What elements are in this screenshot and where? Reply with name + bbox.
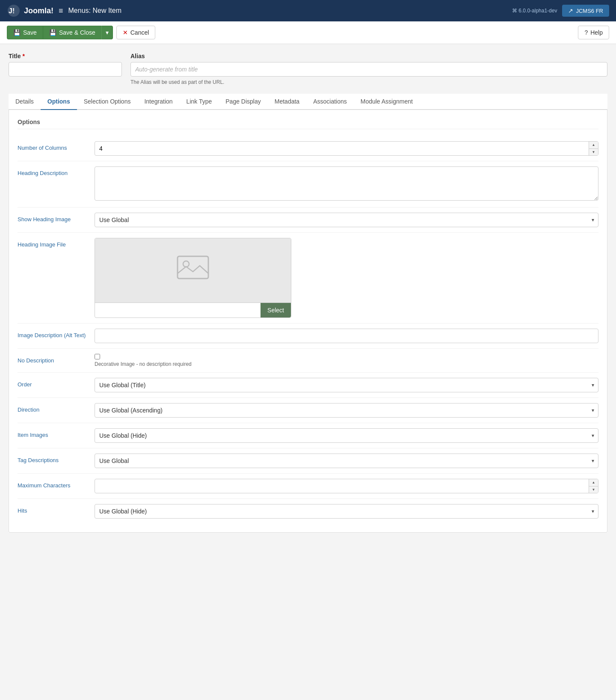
tag-descriptions-select[interactable]: Use Global Show Hide — [95, 454, 598, 468]
row-show-heading-image: Show Heading Image Use Global Show Hide … — [18, 208, 598, 233]
tab-metadata[interactable]: Metadata — [268, 94, 306, 110]
no-description-checkbox[interactable] — [95, 354, 100, 359]
joomla-logo: J! Joomla! — [7, 4, 53, 18]
chevron-down-icon: ▾ — [106, 29, 109, 36]
external-icon: ↗ — [568, 7, 573, 14]
max-chars-input[interactable] — [95, 479, 598, 493]
image-preview — [95, 238, 291, 303]
save-label: Save — [23, 29, 37, 36]
save-close-button[interactable]: 💾 Save & Close — [43, 26, 101, 39]
save-close-icon: 💾 — [49, 29, 56, 36]
tab-options[interactable]: Options — [41, 94, 77, 110]
toolbar: 💾 Save 💾 Save & Close ▾ ✕ Cancel ? Help — [0, 21, 616, 44]
options-panel: Options Number of Columns ▲ ▼ Heading De — [9, 110, 607, 533]
hits-wrapper: Use Global (Hide) Show Hide ▾ — [95, 504, 598, 519]
label-num-columns: Number of Columns — [18, 141, 86, 151]
options-legend: Options — [18, 119, 598, 129]
hits-select[interactable]: Use Global (Hide) Show Hide — [95, 504, 598, 519]
item-images-select[interactable]: Use Global (Hide) Show Hide — [95, 428, 598, 443]
control-item-images: Use Global (Hide) Show Hide ▾ — [95, 428, 598, 443]
spinner-up[interactable]: ▲ — [589, 479, 598, 486]
joomla-text: Joomla! — [24, 6, 53, 15]
tab-link-type[interactable]: Link Type — [180, 94, 219, 110]
toolbar-right: ? Help — [578, 26, 609, 39]
show-heading-image-wrapper: Use Global Show Hide ▾ — [95, 213, 598, 227]
jcms-button[interactable]: ↗ JCMS6 FR — [562, 5, 609, 17]
save-button[interactable]: 💾 Save — [7, 26, 43, 39]
cancel-icon: ✕ — [123, 29, 128, 36]
row-no-description: No Description Decorative Image - no des… — [18, 349, 598, 373]
navbar: J! Joomla! ≡ Menus: New Item ⌘ 6.0.0-alp… — [0, 0, 616, 21]
tab-integration[interactable]: Integration — [137, 94, 179, 110]
content: Title * Alias The Alias will be used as … — [0, 44, 616, 541]
tab-associations[interactable]: Associations — [306, 94, 354, 110]
image-description-input[interactable] — [95, 329, 598, 343]
cancel-button[interactable]: ✕ Cancel — [116, 26, 156, 39]
direction-wrapper: Use Global (Ascending) Ascending Descend… — [95, 403, 598, 418]
order-select[interactable]: Use Global (Title) Title Date — [95, 378, 598, 392]
cancel-label: Cancel — [130, 29, 149, 36]
image-footer: Select — [95, 303, 291, 317]
image-upload-area: Select — [95, 238, 291, 318]
control-num-columns: ▲ ▼ — [95, 141, 598, 156]
control-heading-description — [95, 166, 598, 202]
control-order: Use Global (Title) Title Date ▾ — [95, 378, 598, 392]
label-no-description: No Description — [18, 354, 86, 364]
title-label: Title * — [9, 53, 122, 59]
save-group: 💾 Save 💾 Save & Close ▾ — [7, 26, 113, 39]
row-heading-description: Heading Description — [18, 161, 598, 208]
spinner-up[interactable]: ▲ — [589, 142, 598, 149]
control-direction: Use Global (Ascending) Ascending Descend… — [95, 403, 598, 418]
num-columns-input[interactable] — [95, 141, 598, 156]
alias-input[interactable] — [130, 62, 607, 77]
row-order: Order Use Global (Title) Title Date ▾ — [18, 373, 598, 398]
title-input[interactable] — [9, 62, 122, 77]
jcms-label: JCMS6 FR — [576, 8, 603, 14]
navbar-menu-icon[interactable]: ≡ — [59, 6, 63, 15]
help-button[interactable]: ? Help — [578, 26, 609, 39]
save-close-label: Save & Close — [59, 29, 95, 36]
no-description-hint: Decorative Image - no description requir… — [95, 361, 598, 367]
heading-description-textarea[interactable] — [95, 166, 598, 201]
tab-details[interactable]: Details — [9, 94, 41, 110]
title-label-text: Title — [9, 53, 21, 59]
title-alias-row: Title * Alias The Alias will be used as … — [9, 53, 607, 85]
row-item-images: Item Images Use Global (Hide) Show Hide … — [18, 423, 598, 448]
show-heading-image-select[interactable]: Use Global Show Hide — [95, 213, 598, 227]
row-hits: Hits Use Global (Hide) Show Hide ▾ — [18, 499, 598, 524]
select-image-button[interactable]: Select — [261, 303, 291, 317]
tab-selection-options[interactable]: Selection Options — [77, 94, 138, 110]
label-image-description: Image Description (Alt Text) — [18, 329, 86, 338]
label-item-images: Item Images — [18, 428, 86, 438]
row-heading-image-file: Heading Image File — [18, 233, 598, 323]
save-icon: 💾 — [13, 29, 21, 36]
label-heading-description: Heading Description — [18, 166, 86, 176]
row-num-columns: Number of Columns ▲ ▼ — [18, 136, 598, 161]
spinner-down[interactable]: ▼ — [589, 486, 598, 493]
save-dropdown-button[interactable]: ▾ — [101, 26, 113, 39]
row-direction: Direction Use Global (Ascending) Ascendi… — [18, 398, 598, 423]
tabs-container: Details Options Selection Options Integr… — [9, 94, 607, 533]
max-chars-wrapper: ▲ ▼ — [95, 479, 598, 493]
order-wrapper: Use Global (Title) Title Date ▾ — [95, 378, 598, 392]
image-path-input[interactable] — [95, 304, 261, 317]
label-order: Order — [18, 378, 86, 388]
row-maximum-characters: Maximum Characters ▲ ▼ — [18, 474, 598, 499]
help-label: Help — [590, 29, 603, 36]
label-hits: Hits — [18, 504, 86, 514]
tab-page-display[interactable]: Page Display — [219, 94, 268, 110]
control-tag-descriptions: Use Global Show Hide ▾ — [95, 454, 598, 468]
control-heading-image-file: Select — [95, 238, 598, 318]
item-images-wrapper: Use Global (Hide) Show Hide ▾ — [95, 428, 598, 443]
alias-hint: The Alias will be used as part of the UR… — [130, 79, 607, 85]
tab-module-assignment[interactable]: Module Assignment — [354, 94, 420, 110]
max-chars-spinners: ▲ ▼ — [589, 479, 598, 493]
control-maximum-characters: ▲ ▼ — [95, 479, 598, 493]
direction-select[interactable]: Use Global (Ascending) Ascending Descend… — [95, 403, 598, 418]
label-tag-descriptions: Tag Descriptions — [18, 454, 86, 463]
control-no-description: Decorative Image - no description requir… — [95, 354, 598, 367]
navbar-version: ⌘ 6.0.0-alpha1-dev — [512, 8, 557, 14]
number-columns-wrapper: ▲ ▼ — [95, 141, 598, 156]
spinner-down[interactable]: ▼ — [589, 149, 598, 156]
title-required: * — [22, 53, 24, 59]
